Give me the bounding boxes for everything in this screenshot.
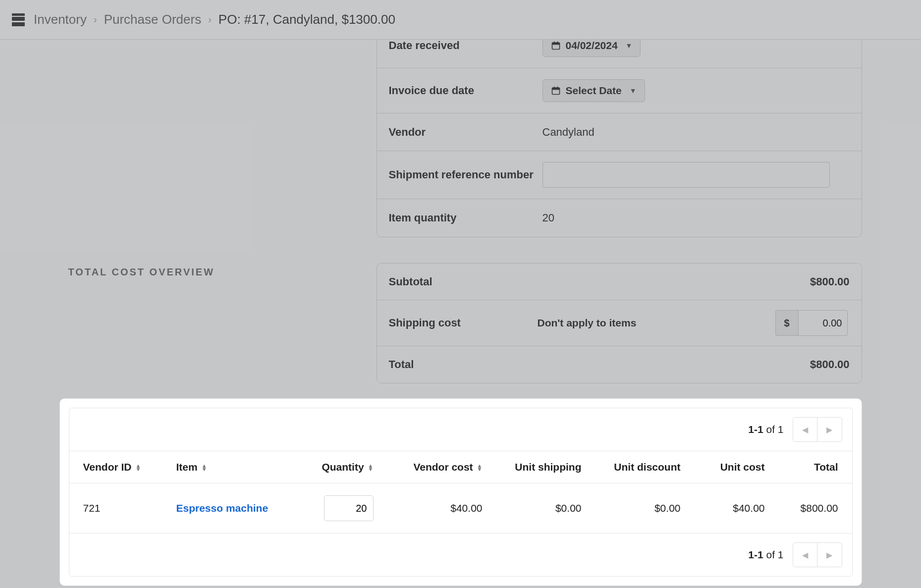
invoice-due-picker[interactable]: Select Date ▼ bbox=[542, 79, 645, 102]
pager-next-bottom[interactable]: ▶ bbox=[817, 542, 842, 567]
label-shipping-cost: Shipping cost bbox=[389, 317, 538, 329]
sort-icon: ▲▼ bbox=[136, 464, 141, 471]
items-card: 1-1 of 1 ◀ ▶ Vendor ID▲▼ Item▲▼ Quantity… bbox=[59, 398, 862, 586]
items-table: Vendor ID▲▼ Item▲▼ Quantity▲▼ Vendor cos… bbox=[69, 451, 852, 534]
table-header-row: Vendor ID▲▼ Item▲▼ Quantity▲▼ Vendor cos… bbox=[69, 451, 852, 483]
row-subtotal: Subtotal $800.00 bbox=[377, 264, 862, 300]
col-vendor-id[interactable]: Vendor ID▲▼ bbox=[69, 451, 168, 483]
svg-rect-2 bbox=[553, 42, 554, 44]
value-vendor: Candyland bbox=[542, 126, 850, 139]
section-total-cost-overview: TOTAL COST OVERVIEW bbox=[68, 267, 377, 278]
value-total: $800.00 bbox=[751, 358, 850, 371]
col-vendor-cost[interactable]: Vendor cost▲▼ bbox=[381, 451, 490, 483]
pager-top: 1-1 of 1 ◀ ▶ bbox=[69, 408, 852, 451]
caret-down-icon: ▼ bbox=[626, 42, 633, 50]
col-item[interactable]: Item▲▼ bbox=[168, 451, 297, 483]
triangle-right-icon: ▶ bbox=[826, 425, 832, 434]
row-shipment-ref: Shipment reference number bbox=[377, 151, 862, 199]
chevron-right-icon: › bbox=[208, 14, 212, 25]
cell-vendor-cost: $40.00 bbox=[381, 483, 490, 534]
chevron-right-icon: › bbox=[94, 14, 97, 25]
cell-unit-discount: $0.00 bbox=[590, 483, 689, 534]
label-subtotal: Subtotal bbox=[389, 275, 538, 288]
pager-bottom: 1-1 of 1 ◀ ▶ bbox=[69, 534, 852, 576]
pager-next-top[interactable]: ▶ bbox=[817, 417, 842, 442]
row-shipping-cost: Shipping cost Don't apply to items $ bbox=[377, 300, 862, 346]
caret-down-icon: ▼ bbox=[630, 87, 637, 95]
label-vendor: Vendor bbox=[389, 126, 542, 139]
currency-symbol: $ bbox=[775, 310, 798, 336]
label-shipment-ref: Shipment reference number bbox=[389, 168, 542, 182]
date-received-value: 04/02/2024 bbox=[566, 40, 618, 52]
pager-text-top: 1-1 of 1 bbox=[748, 424, 783, 435]
value-item-qty: 20 bbox=[542, 212, 850, 224]
col-quantity[interactable]: Quantity▲▼ bbox=[297, 451, 381, 483]
item-link[interactable]: Espresso machine bbox=[176, 502, 269, 514]
col-total: Total bbox=[773, 451, 852, 483]
pager-prev-top[interactable]: ◀ bbox=[793, 417, 817, 442]
cell-unit-cost: $40.00 bbox=[689, 483, 773, 534]
shipping-note: Don't apply to items bbox=[538, 317, 751, 329]
svg-rect-6 bbox=[553, 87, 554, 89]
shipping-cost-input-group: $ bbox=[775, 310, 850, 336]
label-total: Total bbox=[389, 358, 538, 371]
topbar: Inventory › Purchase Orders › PO: #17, C… bbox=[0, 0, 921, 40]
cell-unit-shipping: $0.00 bbox=[490, 483, 590, 534]
pager-text-bottom: 1-1 of 1 bbox=[748, 549, 783, 561]
label-item-qty: Item quantity bbox=[389, 212, 542, 224]
label-invoice-due: Invoice due date bbox=[389, 84, 542, 97]
svg-rect-1 bbox=[552, 43, 559, 45]
triangle-left-icon: ◀ bbox=[802, 550, 808, 560]
cost-overview-card: Subtotal $800.00 Shipping cost Don't app… bbox=[377, 263, 862, 383]
col-unit-cost: Unit cost bbox=[689, 451, 773, 483]
triangle-right-icon: ▶ bbox=[826, 550, 832, 560]
svg-rect-3 bbox=[557, 42, 558, 44]
po-details-card: Date received 04/02/2024 ▼ bbox=[377, 30, 862, 237]
svg-rect-5 bbox=[552, 88, 559, 90]
col-unit-shipping: Unit shipping bbox=[490, 451, 590, 483]
pager-prev-bottom[interactable]: ◀ bbox=[793, 542, 817, 567]
value-subtotal: $800.00 bbox=[751, 275, 850, 288]
cell-vendor-id: 721 bbox=[69, 483, 168, 534]
row-total: Total $800.00 bbox=[377, 346, 862, 383]
quantity-input[interactable] bbox=[324, 495, 374, 521]
table-row: 721 Espresso machine $40.00 $0.00 $0.00 … bbox=[69, 483, 852, 534]
row-invoice-due: Invoice due date Select Date ▼ bbox=[377, 68, 862, 113]
breadcrumb-inventory[interactable]: Inventory bbox=[34, 12, 87, 27]
sort-icon: ▲▼ bbox=[202, 464, 207, 471]
sort-icon: ▲▼ bbox=[477, 464, 483, 471]
sort-icon: ▲▼ bbox=[368, 464, 374, 471]
breadcrumb-purchase-orders[interactable]: Purchase Orders bbox=[104, 12, 202, 27]
shipping-cost-input[interactable] bbox=[798, 310, 848, 336]
breadcrumb: Inventory › Purchase Orders › PO: #17, C… bbox=[34, 12, 395, 27]
breadcrumb-current: PO: #17, Candyland, $1300.00 bbox=[218, 12, 395, 27]
calendar-icon bbox=[551, 41, 561, 51]
shipment-ref-input[interactable] bbox=[542, 162, 830, 188]
label-date-received: Date received bbox=[389, 39, 542, 52]
invoice-due-value: Select Date bbox=[566, 85, 622, 97]
inventory-icon bbox=[12, 13, 25, 26]
cell-total: $800.00 bbox=[773, 483, 852, 534]
calendar-icon bbox=[551, 86, 561, 96]
triangle-left-icon: ◀ bbox=[802, 425, 808, 434]
col-unit-discount: Unit discount bbox=[590, 451, 689, 483]
svg-rect-7 bbox=[557, 87, 558, 89]
row-vendor: Vendor Candyland bbox=[377, 113, 862, 151]
row-item-qty: Item quantity 20 bbox=[377, 199, 862, 237]
